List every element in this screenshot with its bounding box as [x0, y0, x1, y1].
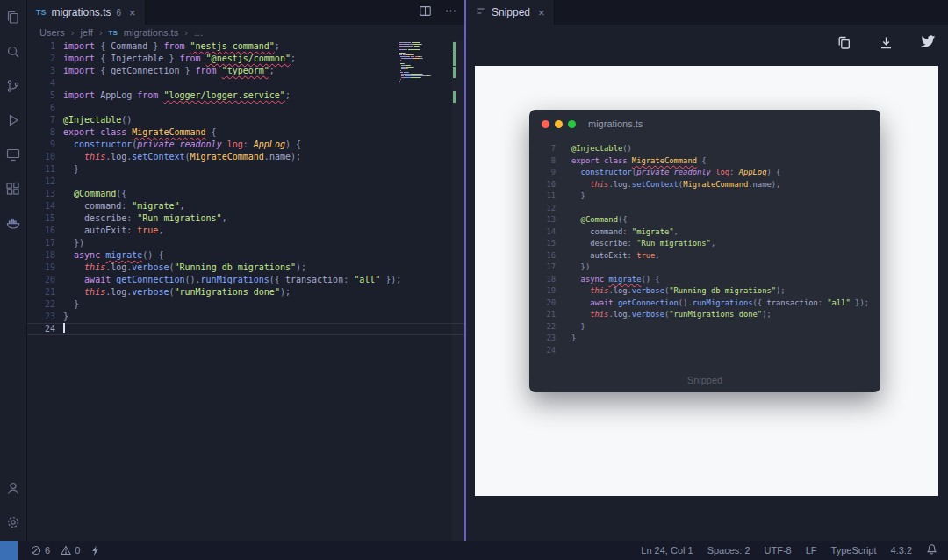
- code-line[interactable]: 21 this.log.verbose("runMigrations done"…: [27, 286, 464, 298]
- problems-warnings[interactable]: 0: [56, 541, 84, 560]
- code-line[interactable]: 16 autoExit: true,: [27, 225, 464, 237]
- minimap[interactable]: [399, 42, 449, 84]
- line-number: 4: [27, 77, 55, 90]
- code-line[interactable]: 19 this.log.verbose("Running db migratio…: [27, 262, 464, 274]
- code-editor[interactable]: 1import { Command } from "nestjs-command…: [27, 40, 464, 541]
- snippet-card: migrations.ts 7@Injectable()8export clas…: [529, 110, 880, 392]
- editor-actions: [419, 0, 457, 25]
- code-line[interactable]: 6: [27, 102, 464, 114]
- line-number: 3: [27, 65, 55, 77]
- breadcrumb-item[interactable]: jeff: [80, 27, 92, 38]
- snippet-canvas: migrations.ts 7@Injectable()8export clas…: [475, 66, 938, 496]
- code-line: 14 command: "migrate",: [535, 226, 880, 239]
- remote-indicator[interactable]: [0, 541, 18, 560]
- copy-icon[interactable]: [837, 35, 851, 54]
- tab-migrations-ts[interactable]: TS migrations.ts 6 ×: [27, 0, 146, 25]
- tab-close-icon[interactable]: ×: [538, 6, 545, 19]
- language-mode[interactable]: TypeScript: [831, 545, 877, 556]
- code-line[interactable]: 12: [27, 176, 464, 188]
- notifications-bell-icon[interactable]: [926, 543, 937, 557]
- breadcrumb-item[interactable]: …: [194, 27, 204, 38]
- encoding[interactable]: UTF-8: [765, 545, 792, 556]
- code-line[interactable]: 5import AppLog from "logger/logger.servi…: [27, 90, 464, 102]
- cursor-position[interactable]: Ln 24, Col 1: [641, 545, 693, 556]
- code-line[interactable]: 18 async migrate() {: [27, 249, 464, 262]
- source-control-icon[interactable]: [0, 68, 27, 103]
- eol-sequence[interactable]: LF: [806, 545, 817, 556]
- code-line[interactable]: 13 @Command({: [27, 188, 464, 200]
- typescript-file-icon: TS: [36, 8, 47, 17]
- code-line: 11 }: [535, 190, 880, 203]
- line-number: 14: [535, 226, 556, 239]
- problems-errors[interactable]: 6: [26, 541, 54, 560]
- breadcrumb-separator: ›: [99, 27, 103, 38]
- code-line[interactable]: 23}: [27, 311, 464, 323]
- twitter-icon[interactable]: [921, 35, 936, 54]
- more-actions-icon[interactable]: [444, 4, 457, 21]
- line-number: 19: [535, 285, 556, 298]
- code-line: 19 this.log.verbose("Running db migratio…: [535, 285, 880, 298]
- tab-bar-right: Snipped ×: [466, 0, 948, 25]
- code-line[interactable]: 14 command: "migrate",: [27, 200, 464, 212]
- code-line[interactable]: 17 }): [27, 237, 464, 249]
- remote-explorer-icon[interactable]: [0, 137, 27, 171]
- search-icon[interactable]: [0, 34, 27, 68]
- code-line[interactable]: 7@Injectable(): [27, 114, 464, 126]
- warning-icon: [61, 545, 71, 556]
- settings-gear-icon[interactable]: [0, 505, 27, 539]
- line-number: 18: [535, 274, 556, 286]
- code-line: 22 }: [535, 321, 880, 334]
- code-line: 16 autoExit: true,: [535, 250, 880, 262]
- tab-close-icon[interactable]: ×: [129, 6, 136, 19]
- explorer-icon[interactable]: [0, 0, 27, 34]
- tab-snipped[interactable]: Snipped ×: [466, 0, 555, 25]
- breadcrumb: Users › jeff › TS migrations.ts › …: [27, 25, 464, 40]
- indentation[interactable]: Spaces: 2: [707, 545, 750, 556]
- typescript-version[interactable]: 4.3.2: [891, 545, 912, 556]
- vscode-window: TS migrations.ts 6 × Users › jeff › TS m…: [0, 0, 948, 560]
- line-number: 7: [27, 114, 55, 126]
- editor-group-right: Snipped ×: [466, 0, 948, 541]
- code-line: 23}: [535, 333, 880, 345]
- line-number: 10: [27, 151, 55, 163]
- download-icon[interactable]: [879, 35, 894, 54]
- tab-label: Snipped: [492, 6, 530, 18]
- breadcrumb-separator: ›: [184, 27, 188, 38]
- card-code: 7@Injectable()8export class MigrateComma…: [529, 138, 880, 356]
- thunder-client-item[interactable]: [86, 541, 104, 560]
- run-debug-icon[interactable]: [0, 103, 27, 137]
- line-number: 21: [27, 286, 55, 298]
- breadcrumb-item[interactable]: Users: [40, 27, 65, 38]
- line-number: 23: [27, 311, 55, 323]
- line-number: 22: [535, 321, 556, 334]
- typescript-file-icon: TS: [109, 29, 118, 37]
- code-line: 13 @Command({: [535, 214, 880, 226]
- code-line[interactable]: 10 this.log.setContext(MigrateCommand.na…: [27, 151, 464, 163]
- line-number: 1: [27, 40, 55, 53]
- code-line[interactable]: 15 describe: "Run migrations",: [27, 212, 464, 225]
- code-line: 8export class MigrateCommand {: [535, 155, 880, 168]
- extensions-icon[interactable]: [0, 171, 27, 205]
- split-editor-icon[interactable]: [419, 4, 432, 21]
- code-line[interactable]: 20 await getConnection().runMigrations({…: [27, 274, 464, 286]
- overview-ruler[interactable]: [452, 40, 464, 541]
- line-number: 12: [27, 176, 55, 188]
- code-line[interactable]: 9 constructor(private readonly log: AppL…: [27, 139, 464, 151]
- line-number: 2: [27, 53, 55, 65]
- code-line[interactable]: 24: [27, 323, 464, 335]
- line-number: 8: [535, 155, 556, 168]
- breadcrumb-item[interactable]: migrations.ts: [124, 27, 178, 38]
- code-line: 20 await getConnection().runMigrations({…: [535, 298, 880, 310]
- docker-icon[interactable]: [0, 205, 27, 240]
- code-line[interactable]: 8export class MigrateCommand {: [27, 126, 464, 139]
- code-line[interactable]: 22 }: [27, 298, 464, 311]
- code-line: 9 constructor(private readonly log: AppL…: [535, 167, 880, 179]
- editor-group-sash[interactable]: [464, 0, 466, 541]
- errors-count: 6: [45, 545, 50, 556]
- code-line[interactable]: 11 }: [27, 163, 464, 176]
- line-number: 6: [27, 102, 55, 114]
- warnings-count: 0: [75, 545, 80, 556]
- accounts-icon[interactable]: [0, 470, 27, 505]
- line-number: 11: [27, 163, 55, 176]
- status-bar-left: 6 0: [0, 541, 104, 560]
